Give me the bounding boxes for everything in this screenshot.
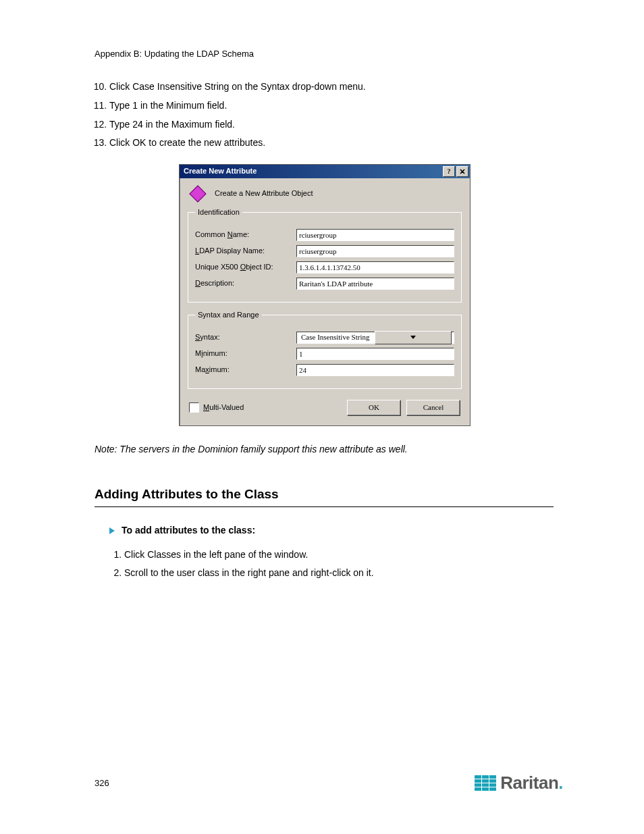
logo-text: Raritan. (500, 773, 563, 793)
multi-valued-checkbox[interactable]: Multi-Valued (189, 402, 244, 413)
list-item: Type 1 in the Minimum field. (109, 99, 554, 113)
oid-label: Unique X500 Object ID: (195, 261, 296, 273)
identification-group: Identification Common Name: LDAP Display… (188, 207, 462, 303)
oid-input[interactable] (296, 261, 454, 273)
dialog-subtitle: Create a New Attribute Object (215, 188, 313, 199)
list-item: Type 24 in the Maximum field. (109, 118, 554, 132)
triangle-bullet-icon (109, 527, 115, 534)
ldap-display-label: LDAP Display Name: (195, 245, 296, 257)
multi-valued-label: Multi-Valued (203, 402, 244, 413)
note-text: Note: The servers in the Dominion family… (95, 442, 554, 457)
list-item: Scroll to the user class in the right pa… (124, 566, 554, 581)
chapter-header: Appendix B: Updating the LDAP Schema (95, 47, 554, 61)
procedure-heading: To add attributes to the class: (109, 523, 554, 538)
section-title: Adding Attributes to the Class (95, 484, 554, 504)
dropdown-button[interactable] (375, 331, 452, 344)
chevron-down-icon (410, 336, 416, 340)
maximum-label: Maximum: (195, 364, 296, 375)
ok-button[interactable]: OK (347, 400, 401, 416)
description-label: Description: (195, 278, 296, 289)
cancel-button[interactable]: Cancel (406, 400, 460, 416)
class-step-list: Click Classes in the left pane of the wi… (109, 548, 554, 581)
maximum-input[interactable] (296, 364, 454, 376)
identification-legend: Identification (195, 207, 242, 218)
common-name-label: Common Name: (195, 229, 296, 240)
dialog-create-new-attribute: Create New Attribute ? Create a New Attr… (179, 164, 471, 426)
ldap-display-input[interactable] (296, 245, 454, 257)
minimum-input[interactable] (296, 348, 454, 360)
procedure-heading-text: To add attributes to the class: (122, 523, 255, 538)
raritan-logo: Raritan. (475, 773, 563, 793)
help-button[interactable]: ? (443, 166, 455, 177)
section-divider (95, 506, 554, 507)
dialog-titlebar[interactable]: Create New Attribute ? (180, 165, 470, 178)
syntax-value: Case Insensitive String (299, 331, 375, 344)
list-item: Click Case Insensitive String on the Syn… (109, 80, 554, 95)
syntax-legend: Syntax and Range (195, 309, 262, 321)
minimum-label: Minimum: (195, 348, 296, 359)
list-item: Click OK to create the new attributes. (109, 136, 554, 151)
common-name-input[interactable] (296, 229, 454, 241)
close-icon (460, 169, 465, 174)
syntax-dropdown[interactable]: Case Insensitive String (296, 332, 454, 344)
dialog-title: Create New Attribute (184, 165, 257, 177)
description-input[interactable] (296, 278, 454, 290)
syntax-range-group: Syntax and Range Syntax: Case Insensitiv… (188, 309, 462, 389)
intro-step-list: Click Case Insensitive String on the Syn… (95, 80, 554, 151)
list-item: Click Classes in the left pane of the wi… (124, 548, 554, 563)
attribute-icon (192, 188, 204, 200)
syntax-label: Syntax: (195, 332, 296, 343)
close-button[interactable] (456, 166, 468, 177)
logo-mark-icon (475, 775, 496, 791)
checkbox-icon (189, 402, 199, 413)
page-number: 326 (95, 778, 109, 788)
